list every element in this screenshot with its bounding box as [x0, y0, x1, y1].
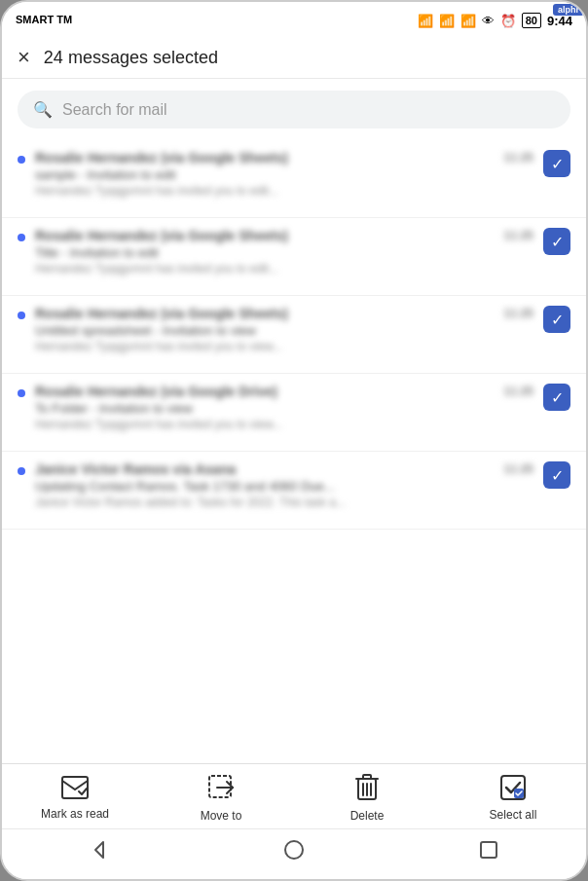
wifi-icon: 📶 — [460, 14, 476, 28]
close-selection-button[interactable]: × — [18, 47, 30, 68]
email-checkbox-4[interactable]: ✓ — [543, 461, 570, 489]
email-sender: Rosalie Hernandez (via Google Sheets) 11… — [35, 150, 533, 165]
email-item-1[interactable]: Rosalie Hernandez (via Google Sheets) 11… — [2, 218, 586, 296]
checked-icon: ✓ — [543, 306, 570, 333]
select-all-icon — [500, 775, 526, 804]
email-checkbox-3[interactable]: ✓ — [543, 384, 570, 411]
action-toolbar: Mark as read Move to — [2, 763, 586, 828]
mark-as-read-button[interactable]: Mark as read — [41, 776, 109, 821]
phone-frame: alphr SMART TM 📶 📶 📶 👁 ⏰ 80 9:44 × 24 me… — [0, 0, 588, 881]
email-subject: Updating Contact Ramos. Task 1730 and 40… — [35, 479, 533, 494]
unread-dot — [18, 156, 25, 164]
signal2-icon: 📶 — [439, 14, 455, 28]
email-preview: Janice Victor Ramos added to: Tasks for … — [35, 496, 533, 509]
email-checkbox-1[interactable]: ✓ — [543, 228, 570, 255]
checked-icon: ✓ — [543, 461, 570, 489]
email-item-2[interactable]: Rosalie Hernandez (via Google Sheets) 11… — [2, 296, 586, 374]
checked-icon: ✓ — [543, 384, 570, 411]
unread-dot — [18, 234, 25, 241]
unread-dot — [18, 467, 25, 475]
alarm-icon: ⏰ — [500, 14, 516, 28]
email-content: Rosalie Hernandez (via Google Drive) 11:… — [35, 384, 533, 431]
checked-icon: ✓ — [543, 228, 570, 255]
select-all-label: Select all — [490, 808, 537, 822]
move-to-button[interactable]: Move to — [187, 774, 255, 823]
signal-icon: 📶 — [418, 14, 433, 28]
svg-point-12 — [285, 841, 303, 859]
email-content: Janice Victor Ramos via Asana 11:25 Upda… — [35, 461, 533, 509]
svg-rect-0 — [62, 777, 88, 798]
svg-rect-13 — [481, 842, 496, 858]
email-subject: To Folder - Invitation to view — [35, 401, 533, 416]
search-icon: 🔍 — [33, 100, 53, 119]
status-bar: SMART TM 📶 📶 📶 👁 ⏰ 80 9:44 — [2, 2, 586, 37]
back-nav-icon[interactable] — [89, 839, 110, 865]
email-sender: Rosalie Hernandez (via Google Sheets) 11… — [35, 228, 533, 243]
email-preview: Hernandez Tyqqgvmnt has invited you to v… — [35, 418, 533, 431]
svg-rect-5 — [363, 775, 371, 779]
delete-button[interactable]: Delete — [333, 774, 401, 823]
recents-nav-icon[interactable] — [478, 839, 499, 865]
status-icons: 📶 📶 📶 👁 ⏰ 80 9:44 — [418, 13, 572, 28]
envelope-icon — [61, 776, 89, 803]
svg-marker-11 — [95, 842, 103, 858]
email-item-0[interactable]: Rosalie Hernandez (via Google Sheets) 11… — [2, 140, 586, 218]
select-all-button[interactable]: Select all — [479, 775, 547, 822]
trash-icon — [355, 774, 379, 805]
mark-as-read-label: Mark as read — [41, 807, 109, 821]
unread-dot — [18, 312, 25, 319]
email-checkbox-2[interactable]: ✓ — [543, 306, 570, 333]
carrier-label: SMART TM — [16, 14, 72, 26]
email-content: Rosalie Hernandez (via Google Sheets) 11… — [35, 228, 533, 275]
email-list: Rosalie Hernandez (via Google Sheets) 11… — [2, 140, 586, 763]
email-preview: Hernandez Tyqqgvmnt has invited you to e… — [35, 184, 533, 198]
battery-indicator: 80 — [522, 13, 541, 28]
email-subject: Title - Invitation to edit — [35, 245, 533, 260]
email-item-4[interactable]: Janice Victor Ramos via Asana 11:25 Upda… — [2, 452, 586, 530]
alphr-badge: alphr — [553, 4, 584, 16]
search-placeholder: Search for mail — [62, 101, 167, 119]
move-icon — [207, 774, 235, 805]
email-item-3[interactable]: Rosalie Hernandez (via Google Drive) 11:… — [2, 374, 586, 452]
unread-dot — [18, 389, 25, 397]
email-preview: Hernandez Tyqqgvmnt has invited you to v… — [35, 340, 533, 353]
home-nav-icon[interactable] — [283, 839, 305, 865]
email-preview: Hernandez Tyqqgvmnt has invited you to e… — [35, 262, 533, 275]
email-content: Rosalie Hernandez (via Google Sheets) 11… — [35, 306, 533, 353]
email-content: Rosalie Hernandez (via Google Sheets) 11… — [35, 150, 533, 198]
system-nav-bar — [2, 828, 586, 879]
email-checkbox-0[interactable]: ✓ — [543, 150, 570, 177]
selection-count-title: 24 messages selected — [44, 48, 218, 68]
email-subject: Untitled spreadsheet - Invitation to vie… — [35, 323, 533, 338]
email-sender: Rosalie Hernandez (via Google Sheets) 11… — [35, 306, 533, 321]
selection-header: × 24 messages selected — [2, 37, 586, 79]
email-sender: Rosalie Hernandez (via Google Drive) 11:… — [35, 384, 533, 399]
email-subject: sample - Invitation to edit — [35, 167, 533, 182]
email-sender: Janice Victor Ramos via Asana 11:25 — [35, 461, 533, 477]
search-bar[interactable]: 🔍 Search for mail — [18, 91, 570, 128]
delete-label: Delete — [350, 809, 385, 823]
eye-icon: 👁 — [482, 14, 495, 28]
checked-icon: ✓ — [543, 150, 570, 177]
move-to-label: Move to — [201, 809, 242, 823]
